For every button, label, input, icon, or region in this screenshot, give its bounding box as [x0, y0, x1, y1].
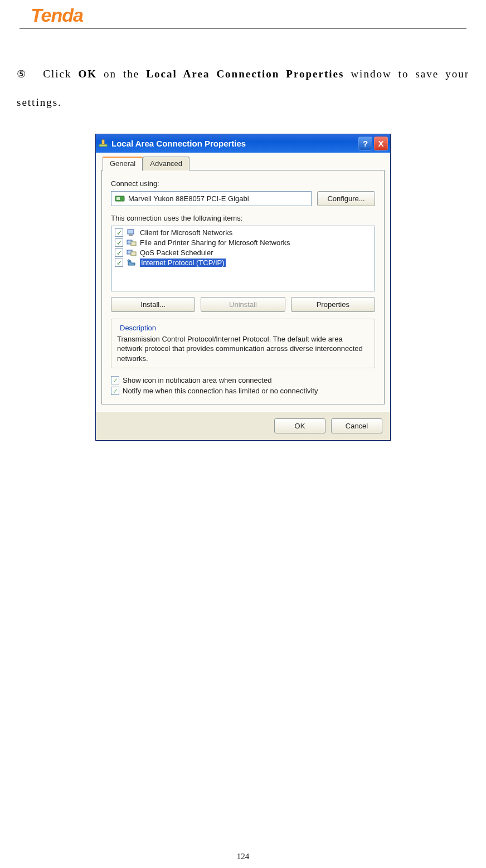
show-icon-checkbox-row[interactable]: ✓ Show icon in notification area when co…	[111, 376, 375, 384]
titlebar[interactable]: Local Area Connection Properties ? X	[96, 134, 390, 153]
tab-body: Connect using: Marvell Yukon 88E8057 PCI…	[101, 170, 385, 405]
list-item-label: Client for Microsoft Networks	[140, 228, 232, 237]
nic-icon	[115, 194, 125, 202]
list-item[interactable]: ✓ Client for Microsoft Networks	[114, 228, 372, 238]
service-icon	[127, 248, 137, 257]
description-legend: Description	[118, 324, 158, 332]
tab-general[interactable]: General	[103, 157, 143, 171]
svg-rect-9	[131, 252, 136, 256]
uninstall-button: Uninstall	[201, 297, 285, 312]
ok-button[interactable]: OK	[274, 418, 325, 433]
list-item-label: QoS Packet Scheduler	[140, 248, 213, 257]
adapter-field[interactable]: Marvell Yukon 88E8057 PCI-E Gigabi	[111, 191, 312, 206]
list-item[interactable]: ✓ Internet Protocol (TCP/IP)	[114, 258, 372, 268]
connect-using-label: Connect using:	[111, 179, 375, 188]
close-icon: X	[378, 139, 383, 148]
list-item-label: File and Printer Sharing for Microsoft N…	[140, 238, 290, 247]
checkbox-icon[interactable]: ✓	[115, 248, 123, 257]
window-icon	[98, 138, 108, 148]
checkbox-icon[interactable]: ✓	[115, 259, 123, 267]
svg-rect-1	[102, 140, 104, 144]
svg-rect-7	[131, 242, 136, 246]
configure-button[interactable]: Configure...	[317, 191, 375, 206]
items-label: This connection uses the following items…	[111, 214, 375, 222]
client-icon	[127, 228, 137, 237]
page-header: Tenda	[20, 0, 466, 29]
items-listbox[interactable]: ✓ Client for Microsoft Networks ✓ File a…	[111, 226, 375, 291]
dialog-button-bar: OK Cancel	[96, 411, 390, 440]
install-button[interactable]: Install...	[111, 297, 195, 312]
tab-advanced[interactable]: Advanced	[143, 157, 189, 170]
dialog-container: Local Area Connection Properties ? X Gen…	[0, 128, 486, 441]
tenda-logo: Tenda	[31, 4, 83, 26]
help-icon: ?	[363, 139, 368, 148]
page-number: 124	[0, 852, 486, 861]
description-fieldset: Description Transmission Control Protoco…	[111, 319, 375, 369]
checkbox-icon[interactable]: ✓	[111, 387, 119, 395]
svg-rect-4	[128, 230, 134, 234]
step-marker: ⑤	[17, 69, 30, 80]
protocol-icon	[127, 259, 137, 267]
svg-rect-5	[129, 235, 133, 236]
svg-point-10	[128, 260, 130, 262]
checkbox-icon[interactable]: ✓	[115, 228, 123, 237]
notify-label: Notify me when this connection has limit…	[123, 387, 318, 395]
list-item[interactable]: ✓ File and Printer Sharing for Microsoft…	[114, 238, 372, 248]
properties-button[interactable]: Properties	[291, 297, 375, 312]
properties-dialog: Local Area Connection Properties ? X Gen…	[95, 134, 391, 441]
close-button[interactable]: X	[374, 136, 388, 150]
svg-rect-0	[99, 144, 107, 147]
list-item-label: Internet Protocol (TCP/IP)	[140, 259, 226, 267]
show-icon-label: Show icon in notification area when conn…	[123, 376, 271, 384]
tab-strip: General Advanced	[103, 157, 385, 170]
notify-checkbox-row[interactable]: ✓ Notify me when this connection has lim…	[111, 387, 375, 395]
adapter-name: Marvell Yukon 88E8057 PCI-E Gigabi	[128, 194, 249, 203]
checkbox-icon[interactable]: ✓	[111, 376, 119, 384]
instruction-text: ⑤ Click OK on the Local Area Connection …	[0, 29, 486, 128]
list-item[interactable]: ✓ QoS Packet Scheduler	[114, 248, 372, 258]
cancel-button[interactable]: Cancel	[331, 418, 382, 433]
dialog-content: General Advanced Connect using: Marvell …	[96, 153, 390, 412]
checkbox-icon[interactable]: ✓	[115, 238, 123, 247]
help-button[interactable]: ?	[358, 136, 372, 150]
svg-rect-3	[116, 197, 120, 200]
window-title: Local Area Connection Properties	[111, 139, 358, 148]
service-icon	[127, 238, 137, 247]
description-text: Transmission Control Protocol/Internet P…	[117, 334, 369, 364]
